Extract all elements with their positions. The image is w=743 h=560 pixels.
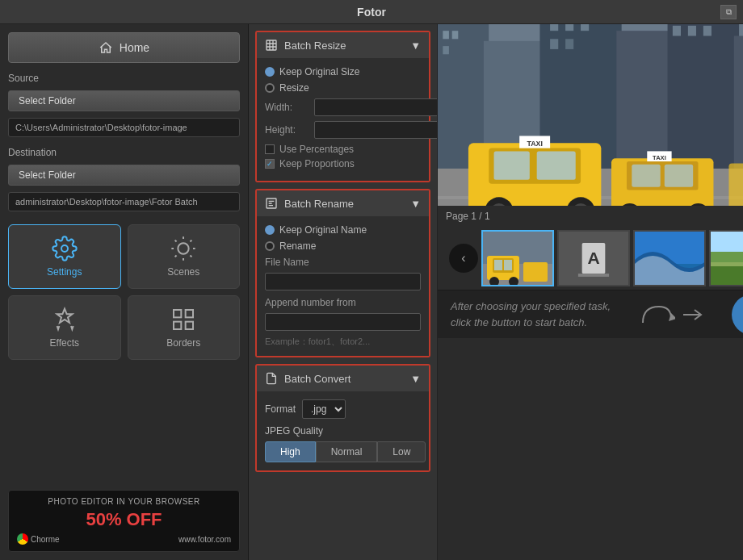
svg-rect-38 [494, 151, 530, 179]
middle-panel: Batch Resize ▼ Keep Original Size Resize… [249, 24, 438, 560]
dest-path: administrator\Desktop\fotor-image\Fotor … [8, 192, 240, 211]
thumb-letter-inner: A [559, 232, 628, 285]
svg-rect-48 [632, 165, 660, 187]
format-select[interactable]: .jpg [302, 399, 346, 419]
width-input[interactable] [314, 98, 438, 116]
thumb-field-inner [711, 232, 743, 285]
format-row: Format .jpg [265, 399, 421, 419]
ad-banner[interactable]: PHOTO EDITOR IN YOUR BROWSER 50% OFF Cho… [8, 490, 240, 552]
rename-radio[interactable] [265, 241, 275, 251]
right-panel: TAXI TAXI Page 1 / 1 [438, 24, 743, 560]
scenes-label: Scenes [167, 266, 199, 278]
borders-label: Borders [166, 337, 200, 349]
rename-icon [265, 197, 278, 210]
svg-rect-11 [186, 310, 193, 317]
settings-tile[interactable]: Settings [8, 224, 121, 289]
keep-name-row: Keep Original Name [265, 224, 421, 236]
app-title: Fotor [357, 6, 386, 19]
svg-rect-32 [688, 26, 696, 36]
home-icon [99, 40, 113, 55]
filename-input[interactable] [265, 273, 421, 290]
keep-name-radio[interactable] [265, 225, 275, 235]
main-preview-image: TAXI TAXI [438, 24, 743, 206]
destination-label: Destination [8, 147, 240, 158]
effects-label: Effects [50, 337, 79, 349]
svg-point-62 [509, 277, 518, 286]
rename-label: Rename [279, 240, 316, 252]
prev-button[interactable]: ‹ [449, 244, 478, 273]
keep-prop-label: Keep Proportions [279, 158, 355, 169]
keep-original-radio[interactable] [265, 67, 275, 77]
home-button[interactable]: Home [8, 32, 240, 63]
resize-icon [265, 39, 278, 52]
batch-resize-header-left: Batch Resize [265, 39, 346, 52]
svg-rect-33 [703, 26, 712, 36]
restore-button[interactable]: ⧉ [720, 5, 737, 19]
thumbnail-4[interactable] [709, 230, 743, 286]
quality-high-button[interactable]: High [265, 441, 316, 462]
home-label: Home [120, 41, 149, 54]
svg-point-0 [61, 245, 68, 252]
svg-point-1 [178, 243, 189, 253]
thumbnail-2[interactable]: A [557, 230, 630, 286]
svg-point-61 [489, 277, 499, 286]
format-label: Format [265, 403, 296, 415]
pagination-text: Page 1 / 1 [446, 211, 490, 222]
width-label: Width: [265, 102, 309, 113]
start-batch-button[interactable]: ▶ [732, 295, 743, 335]
svg-rect-24 [452, 31, 459, 39]
thumbnail-1[interactable] [481, 230, 554, 286]
batch-rename-content: Keep Original Name Rename File Name Appe… [257, 216, 429, 356]
resize-label: Resize [279, 82, 309, 94]
resize-radio[interactable] [265, 83, 275, 93]
svg-rect-23 [443, 31, 449, 39]
select-folder-dest-button[interactable]: Select Folder [8, 165, 240, 186]
svg-rect-74 [711, 262, 743, 266]
height-input[interactable] [314, 121, 438, 139]
tool-grid: Settings Scenes Effects [8, 224, 240, 360]
thumb-taxi-inner [483, 232, 552, 285]
svg-rect-54 [728, 164, 743, 206]
svg-rect-13 [186, 322, 193, 329]
chrome-icon [17, 533, 28, 545]
quality-low-button[interactable]: Low [377, 441, 426, 462]
svg-rect-63 [523, 262, 548, 282]
batch-convert-section: Batch Convert ▼ Format .jpg JPEG Quality… [255, 364, 430, 472]
borders-tile[interactable]: Borders [128, 295, 241, 360]
use-pct-checkbox[interactable] [265, 144, 275, 154]
arrow-area [635, 299, 707, 331]
batch-resize-header[interactable]: Batch Resize ▼ [257, 32, 429, 58]
svg-rect-30 [565, 39, 573, 49]
svg-text:TAXI: TAXI [653, 154, 666, 161]
batch-convert-header[interactable]: Batch Convert ▼ [257, 366, 429, 391]
svg-rect-71 [711, 264, 743, 286]
batch-rename-header[interactable]: Batch Rename ▼ [257, 190, 429, 216]
thumb-wave-inner [635, 232, 704, 285]
keep-prop-checkbox[interactable] [265, 159, 275, 169]
append-input[interactable] [265, 313, 421, 331]
batch-resize-chevron: ▼ [410, 40, 421, 52]
svg-rect-21 [668, 24, 740, 173]
ad-logos: Chorme www.fotor.com [17, 533, 231, 545]
effects-tile[interactable]: Effects [8, 295, 121, 360]
filename-label: File Name [265, 257, 309, 268]
svg-rect-28 [581, 24, 589, 31]
scenes-tile[interactable]: Scenes [128, 224, 241, 289]
thumbnail-3[interactable] [633, 230, 706, 286]
append-label: Append number from [265, 297, 356, 308]
use-pct-row: Use Percentages [265, 144, 421, 155]
width-row: Width: [265, 98, 421, 116]
height-row: Height: [265, 121, 421, 139]
svg-line-5 [191, 255, 192, 257]
convert-icon [265, 372, 278, 385]
example-text: Example：fotor1、fotor2... [265, 336, 421, 348]
svg-rect-14 [267, 40, 276, 50]
batch-resize-section: Batch Resize ▼ Keep Original Size Resize… [255, 31, 430, 182]
svg-rect-72 [711, 232, 743, 252]
quality-normal-button[interactable]: Normal [316, 441, 378, 462]
svg-marker-77 [669, 313, 675, 321]
batch-resize-title: Batch Resize [284, 40, 346, 52]
select-folder-source-button[interactable]: Select Folder [8, 90, 240, 111]
fotor-url: www.fotor.com [178, 535, 231, 544]
svg-rect-29 [550, 39, 558, 49]
